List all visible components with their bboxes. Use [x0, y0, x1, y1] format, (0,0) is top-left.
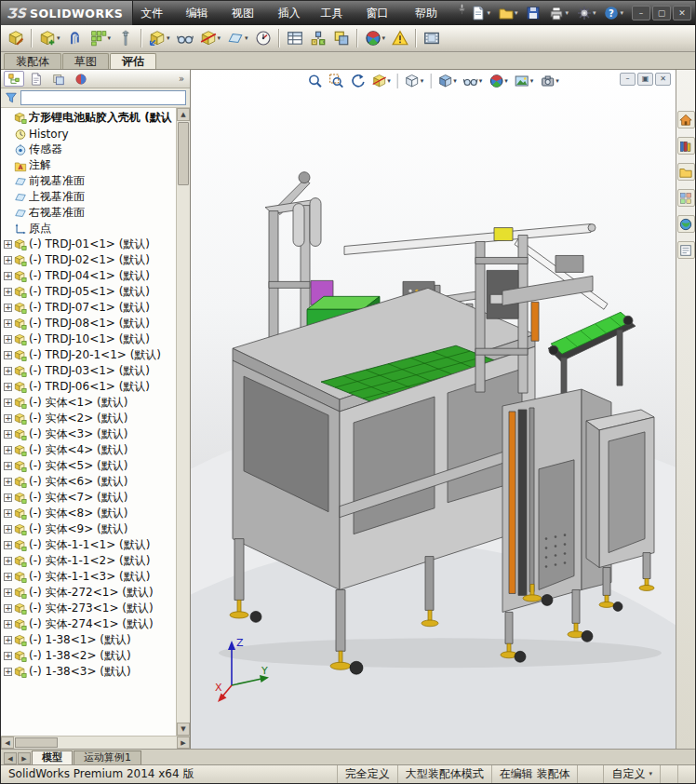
tree-item[interactable]: +(-) TRDJ-10<1> (默认): [1, 331, 176, 347]
expander-icon[interactable]: +: [4, 493, 12, 502]
expander-icon[interactable]: +: [4, 668, 12, 676]
motion-manager-button[interactable]: [421, 27, 443, 49]
menu-view[interactable]: 视图(V): [224, 1, 271, 25]
menu-window[interactable]: 窗口(W): [359, 1, 408, 25]
tree-item[interactable]: History: [1, 126, 176, 142]
tree-item[interactable]: +(-) 实体-273<1> (默认): [1, 601, 176, 616]
close-document-button[interactable]: ✕: [655, 73, 671, 86]
display-style-button[interactable]: ▾: [435, 72, 460, 90]
dropdown-caret-icon[interactable]: ▾: [218, 34, 221, 42]
expander-icon[interactable]: +: [4, 256, 12, 264]
menu-tools[interactable]: 工具(T): [314, 1, 359, 25]
section-view-button[interactable]: ▾: [368, 72, 394, 90]
tree-hscrollbar[interactable]: ◀ ▶: [1, 736, 190, 749]
tree-item[interactable]: 原点: [1, 221, 176, 237]
dropdown-caret-icon[interactable]: ▾: [167, 34, 170, 42]
close-button[interactable]: ✕: [673, 6, 691, 20]
menu-file[interactable]: 文件(F): [133, 1, 179, 25]
tab-evaluate[interactable]: 评估: [110, 53, 156, 69]
assemblyxpert-button[interactable]: [389, 27, 411, 49]
expander-icon[interactable]: +: [4, 620, 12, 629]
tree-item[interactable]: A注解: [1, 157, 176, 173]
scroll-right-button[interactable]: ▶: [177, 737, 190, 749]
expander-icon[interactable]: +: [4, 367, 12, 375]
move-component-button[interactable]: ▾: [146, 27, 173, 49]
scroll-track[interactable]: [177, 186, 190, 723]
hscroll-track[interactable]: [59, 737, 177, 749]
new-motion-study-button[interactable]: [252, 27, 274, 49]
tree-filter-input[interactable]: [20, 90, 186, 105]
dropdown-caret-icon[interactable]: ▾: [555, 77, 559, 85]
edit-appearance-button[interactable]: ▾: [486, 72, 511, 90]
tab-motion-study[interactable]: 运动算例1: [74, 750, 141, 764]
previous-view-button[interactable]: [347, 72, 368, 90]
menu-edit[interactable]: 编辑(E): [179, 1, 224, 25]
expander-icon[interactable]: +: [4, 319, 12, 328]
help-button[interactable]: ?▾: [601, 4, 626, 22]
file-explorer-button[interactable]: [677, 163, 695, 181]
tree-item[interactable]: +(-) 1-38<2> (默认): [1, 648, 176, 664]
view-palette-button[interactable]: [677, 189, 695, 207]
tree-item[interactable]: +(-) 实体<8> (默认): [1, 506, 176, 521]
edit-component-button[interactable]: [5, 27, 27, 49]
scroll-left-button[interactable]: ◀: [1, 737, 14, 749]
tab-scroll-left-button[interactable]: ◀: [4, 752, 17, 764]
tree-item[interactable]: 上视基准面: [1, 189, 176, 205]
expander-icon[interactable]: +: [4, 240, 12, 249]
dropdown-caret-icon[interactable]: ▾: [421, 77, 424, 85]
tree-item[interactable]: +(-) 实体-1-1<3> (默认): [1, 569, 176, 585]
tree-item[interactable]: +(-) 实体<4> (默认): [1, 442, 176, 458]
graphics-area[interactable]: ▾▾▾▾▾▾▾ –▣✕: [191, 70, 676, 749]
tree-scrollbar[interactable]: ▲ ▼: [176, 108, 190, 736]
dropdown-caret-icon[interactable]: ▾: [387, 77, 391, 85]
dropdown-caret-icon[interactable]: ▾: [530, 77, 534, 85]
tree-item[interactable]: +(-) 实体-272<1> (默认): [1, 585, 176, 601]
propertymanager-tab[interactable]: [26, 71, 47, 87]
view-orientation-button[interactable]: ▾: [402, 72, 427, 90]
expander-icon[interactable]: +: [4, 541, 12, 549]
expander-icon[interactable]: +: [4, 636, 12, 644]
menu-insert[interactable]: 插入(I): [271, 1, 314, 25]
expander-icon[interactable]: +: [4, 573, 12, 581]
tree-item[interactable]: +(-) 实体-1-1<1> (默认): [1, 537, 176, 553]
dropdown-caret-icon[interactable]: ▾: [620, 9, 623, 17]
expander-icon[interactable]: +: [4, 588, 12, 597]
options-button[interactable]: ▾: [574, 4, 599, 22]
scroll-thumb[interactable]: [178, 122, 189, 185]
minimize-document-button[interactable]: –: [620, 73, 636, 86]
expander-icon[interactable]: +: [4, 652, 12, 660]
reference-geometry-button[interactable]: ▾: [224, 27, 251, 49]
dropdown-caret-icon[interactable]: ▾: [453, 77, 457, 85]
dropdown-caret-icon[interactable]: ▾: [565, 9, 569, 17]
configurationmanager-tab[interactable]: [48, 71, 69, 87]
scroll-up-button[interactable]: ▲: [177, 108, 190, 121]
show-hidden-components-button[interactable]: [174, 27, 196, 49]
dropdown-caret-icon[interactable]: ▾: [108, 34, 112, 42]
expander-icon[interactable]: +: [4, 272, 12, 280]
tree-item[interactable]: +(-) TRDJ-08<1> (默认): [1, 316, 176, 331]
print-button[interactable]: ▾: [546, 4, 571, 22]
restore-document-button[interactable]: ▣: [637, 73, 653, 86]
linear-component-pattern-button[interactable]: ▾: [87, 27, 114, 49]
custom-properties-button[interactable]: [677, 241, 695, 259]
expander-icon[interactable]: +: [4, 351, 12, 359]
expander-icon[interactable]: +: [4, 288, 12, 296]
expander-icon[interactable]: +: [4, 430, 12, 439]
tree-item[interactable]: +(-) 实体<3> (默认): [1, 426, 176, 442]
tree-item[interactable]: 前视基准面: [1, 173, 176, 189]
custom-toolbar-selector[interactable]: 自定义 ▾: [603, 765, 660, 783]
view-settings-button[interactable]: ▾: [537, 72, 562, 90]
tree-item[interactable]: +(-) 实体<1> (默认): [1, 395, 176, 411]
tree-item[interactable]: +(-) TRDJ-02<1> (默认): [1, 252, 176, 268]
tree-item[interactable]: +(-) TRDJ-01<1> (默认): [1, 237, 176, 252]
expander-icon[interactable]: +: [4, 478, 12, 486]
expander-icon[interactable]: +: [4, 509, 12, 518]
quick-tips-icon[interactable]: ?: [677, 765, 695, 783]
hscroll-thumb[interactable]: [15, 737, 58, 748]
tree-item[interactable]: +(-) 实体<9> (默认): [1, 521, 176, 537]
open-button[interactable]: ▾: [496, 4, 521, 22]
solidworks-resources-button[interactable]: [677, 111, 695, 128]
expander-icon[interactable]: +: [4, 462, 12, 470]
dropdown-caret-icon[interactable]: ▾: [57, 34, 60, 42]
mate-button[interactable]: [64, 27, 87, 49]
